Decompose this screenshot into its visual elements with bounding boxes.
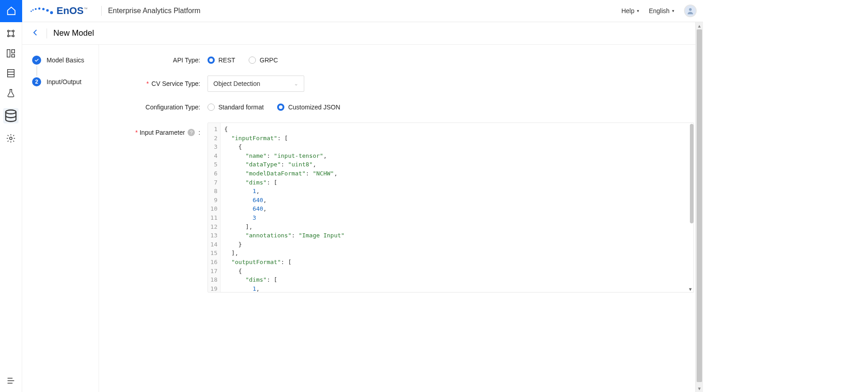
editor-scrollbar[interactable] bbox=[688, 123, 693, 292]
api-type-label: API Type: bbox=[99, 57, 203, 64]
step-label: Input/Output bbox=[47, 78, 81, 85]
editor-scroll-down-icon[interactable]: ▼ bbox=[687, 286, 693, 292]
logo-dots-icon bbox=[29, 7, 55, 15]
rail-item-dashboard[interactable] bbox=[6, 48, 16, 58]
scrollbar-thumb[interactable] bbox=[697, 29, 702, 382]
svg-point-0 bbox=[31, 11, 32, 12]
svg-point-9 bbox=[13, 30, 14, 32]
user-icon bbox=[686, 7, 694, 15]
scroll-down-icon[interactable]: ▼ bbox=[696, 385, 703, 392]
rail-item-data[interactable] bbox=[6, 68, 16, 78]
brand-en: En bbox=[57, 5, 69, 16]
rail-item-models[interactable] bbox=[3, 108, 19, 123]
side-rail bbox=[0, 22, 22, 392]
svg-point-3 bbox=[38, 8, 41, 10]
steps-nav: Model Basics 2 Input/Output bbox=[22, 45, 99, 392]
rail-collapse[interactable] bbox=[6, 376, 16, 386]
scrollbar-thumb[interactable] bbox=[690, 124, 693, 223]
help-icon[interactable]: ? bbox=[188, 129, 195, 136]
brand-logo: EnOS™ bbox=[22, 5, 95, 17]
language-dropdown[interactable]: English ▼ bbox=[649, 7, 675, 14]
divider bbox=[47, 28, 47, 38]
step-connector bbox=[37, 66, 37, 76]
home-icon bbox=[6, 6, 16, 16]
radio-icon bbox=[208, 104, 215, 111]
svg-rect-14 bbox=[12, 55, 14, 57]
radio-label: Customized JSON bbox=[288, 104, 340, 111]
platform-title: Enterprise Analytics Platform bbox=[108, 7, 201, 15]
radio-label: Standard format bbox=[218, 104, 264, 111]
caret-down-icon: ▼ bbox=[636, 9, 640, 13]
svg-point-4 bbox=[42, 8, 44, 10]
input-parameter-editor[interactable]: 12345678910111213141516171819 { "inputFo… bbox=[208, 123, 694, 293]
avatar[interactable] bbox=[684, 5, 697, 17]
chevron-down-icon: ⌄ bbox=[294, 80, 298, 87]
divider bbox=[101, 6, 102, 16]
config-custom-json-radio[interactable]: Customized JSON bbox=[277, 104, 340, 111]
back-button[interactable] bbox=[31, 28, 40, 38]
svg-rect-12 bbox=[7, 50, 10, 57]
cv-service-type-label: *CV Service Type: bbox=[99, 80, 203, 87]
scroll-up-icon[interactable]: ▲ bbox=[696, 22, 703, 29]
brand-tm: ™ bbox=[84, 7, 88, 11]
editor-code[interactable]: { "inputFormat": [ { "name": "input-tens… bbox=[221, 123, 693, 292]
svg-point-17 bbox=[9, 137, 12, 140]
language-label: English bbox=[649, 7, 670, 14]
step-done-icon bbox=[32, 56, 41, 65]
api-type-rest-radio[interactable]: REST bbox=[208, 57, 235, 64]
radio-label: REST bbox=[218, 57, 235, 64]
svg-point-2 bbox=[35, 8, 37, 10]
select-value: Object Detection bbox=[213, 80, 260, 87]
scrollbar-track[interactable] bbox=[696, 29, 703, 385]
rail-item-settings[interactable] bbox=[6, 133, 16, 143]
step-number-icon: 2 bbox=[32, 77, 41, 86]
svg-point-6 bbox=[50, 11, 53, 14]
rail-item-experiments[interactable] bbox=[6, 88, 16, 98]
config-standard-radio[interactable]: Standard format bbox=[208, 104, 264, 111]
svg-rect-15 bbox=[8, 70, 14, 77]
brand-os: OS bbox=[69, 5, 84, 16]
svg-point-1 bbox=[32, 9, 33, 10]
svg-rect-13 bbox=[12, 50, 14, 53]
caret-down-icon: ▼ bbox=[671, 9, 675, 13]
svg-point-8 bbox=[8, 30, 9, 32]
rail-item-network[interactable] bbox=[6, 28, 16, 38]
help-label: Help bbox=[621, 7, 634, 14]
help-dropdown[interactable]: Help ▼ bbox=[621, 7, 640, 14]
radio-label: GRPC bbox=[259, 57, 278, 64]
radio-icon bbox=[249, 57, 256, 64]
input-parameter-label: * Input Parameter ? : bbox=[99, 123, 203, 136]
svg-point-11 bbox=[13, 35, 14, 37]
step-input-output[interactable]: 2 Input/Output bbox=[32, 77, 99, 86]
editor-gutter: 12345678910111213141516171819 bbox=[208, 123, 221, 292]
arrow-left-icon bbox=[31, 28, 40, 37]
step-label: Model Basics bbox=[47, 57, 84, 64]
check-icon bbox=[34, 57, 39, 63]
radio-icon bbox=[277, 104, 284, 111]
configuration-type-label: Configuration Type: bbox=[99, 104, 203, 111]
api-type-grpc-radio[interactable]: GRPC bbox=[249, 57, 278, 64]
svg-point-10 bbox=[8, 35, 9, 37]
svg-point-7 bbox=[689, 8, 692, 11]
page-scrollbar[interactable]: ▲ ▼ bbox=[695, 22, 703, 392]
step-model-basics[interactable]: Model Basics bbox=[32, 56, 99, 65]
page-title: New Model bbox=[53, 28, 94, 38]
cv-service-type-select[interactable]: Object Detection ⌄ bbox=[208, 76, 304, 92]
svg-point-16 bbox=[6, 110, 16, 114]
home-button[interactable] bbox=[0, 0, 22, 22]
svg-point-5 bbox=[46, 9, 49, 12]
radio-icon bbox=[208, 57, 215, 64]
